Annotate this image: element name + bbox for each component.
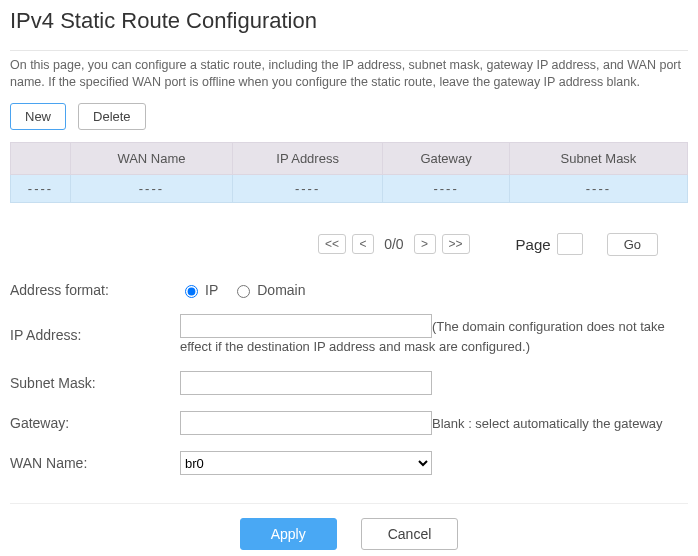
table-header-row: WAN Name IP Address Gateway Subnet Mask	[11, 142, 688, 174]
divider	[10, 50, 688, 51]
cell-empty: ----	[509, 174, 687, 202]
cell-empty: ----	[383, 174, 510, 202]
new-button[interactable]: New	[10, 103, 66, 130]
wan-name-select[interactable]: br0	[180, 451, 432, 475]
wan-name-label: WAN Name:	[10, 455, 180, 471]
pager-go-button[interactable]: Go	[607, 233, 658, 256]
col-wan-name: WAN Name	[71, 142, 233, 174]
toolbar: New Delete	[10, 103, 688, 130]
page-title: IPv4 Static Route Configuration	[10, 8, 688, 42]
col-ip-address: IP Address	[232, 142, 382, 174]
gateway-label: Gateway:	[10, 415, 180, 431]
ip-address-label: IP Address:	[10, 327, 180, 343]
pager-first-button[interactable]: <<	[318, 234, 346, 254]
cell-empty: ----	[232, 174, 382, 202]
address-format-domain-radio[interactable]	[237, 285, 250, 298]
ip-address-input[interactable]	[180, 314, 432, 338]
col-subnet-mask: Subnet Mask	[509, 142, 687, 174]
page-description: On this page, you can configure a static…	[10, 57, 688, 91]
delete-button[interactable]: Delete	[78, 103, 146, 130]
pager-prev-button[interactable]: <	[352, 234, 374, 254]
pager-next-button[interactable]: >	[414, 234, 436, 254]
apply-button[interactable]: Apply	[240, 518, 337, 550]
cancel-button[interactable]: Cancel	[361, 518, 459, 550]
pager-status: 0/0	[384, 236, 403, 252]
subnet-mask-label: Subnet Mask:	[10, 375, 180, 391]
routes-table: WAN Name IP Address Gateway Subnet Mask …	[10, 142, 688, 203]
col-select	[11, 142, 71, 174]
cell-empty: ----	[11, 174, 71, 202]
pager-page-input[interactable]	[557, 233, 583, 255]
pager: << < 0/0 > >> Page Go	[10, 233, 688, 256]
subnet-mask-input[interactable]	[180, 371, 432, 395]
address-format-label: Address format:	[10, 282, 180, 298]
address-format-ip-radio[interactable]	[185, 285, 198, 298]
gateway-input[interactable]	[180, 411, 432, 435]
table-row[interactable]: ---- ---- ---- ---- ----	[11, 174, 688, 202]
pager-page-label: Page	[516, 236, 551, 253]
gateway-hint: Blank : select automatically the gateway	[432, 416, 663, 431]
address-format-ip-text: IP	[205, 282, 218, 298]
route-form: Address format: IP Domain IP Address: (T…	[10, 282, 688, 476]
pager-last-button[interactable]: >>	[442, 234, 470, 254]
cell-empty: ----	[71, 174, 233, 202]
form-actions: Apply Cancel	[10, 503, 688, 550]
col-gateway: Gateway	[383, 142, 510, 174]
address-format-domain-text: Domain	[257, 282, 305, 298]
